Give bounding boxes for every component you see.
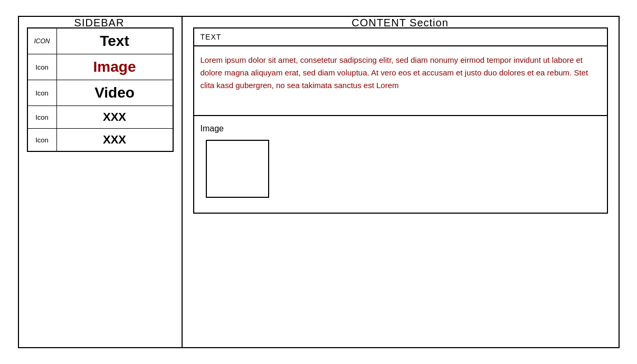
sidebar-item-video[interactable]: Video [57,80,173,106]
icon-cell-text: ICON [28,28,57,54]
icon-cell-xxx1: Icon [28,106,57,128]
sidebar: ICON Text Icon Image Icon Video [19,17,183,347]
icon-cell-xxx2: Icon [28,129,57,151]
image-content-box: Image [193,116,608,214]
sidebar-item-text[interactable]: Text [57,28,173,54]
list-item[interactable]: Icon XXX [28,129,173,151]
list-item[interactable]: Icon Image [28,54,173,80]
text-content-box: TEXT Lorem ipsum dolor sit amet, consete… [193,27,608,116]
list-item[interactable]: ICON Text [28,28,173,54]
sidebar-item-xxx1[interactable]: XXX [57,106,173,128]
list-item[interactable]: Icon XXX [28,106,173,129]
image-placeholder [206,140,269,198]
sidebar-item-xxx2[interactable]: XXX [57,129,173,151]
sidebar-table: ICON Text Icon Image Icon Video [27,27,174,152]
sidebar-item-image[interactable]: Image [57,54,173,80]
icon-cell-video: Icon [28,80,57,106]
list-item[interactable]: Icon Video [28,80,173,106]
image-box-label: Image [201,124,601,133]
text-box-body: Lorem ipsum dolor sit amet, consetetur s… [194,46,607,115]
content-area: TEXT Lorem ipsum dolor sit amet, consete… [183,17,619,347]
text-box-header: TEXT [194,28,607,46]
icon-cell-image: Icon [28,54,57,80]
